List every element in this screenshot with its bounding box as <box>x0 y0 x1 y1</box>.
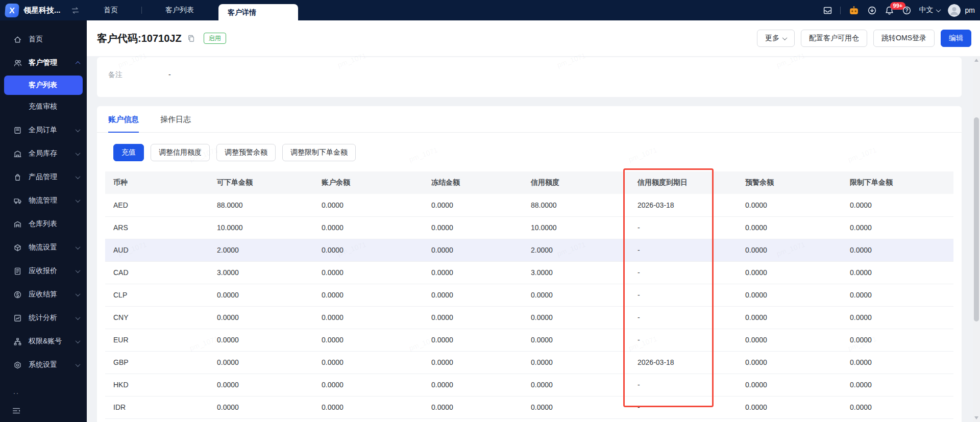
copy-icon[interactable] <box>187 34 195 43</box>
product-icon <box>13 173 22 182</box>
cell-credit-limit: 0.0000 <box>523 396 629 418</box>
nav-item-home[interactable]: 首页 <box>104 6 118 15</box>
account-panel: 账户信息操作日志 充值调整信用额度调整预警余额调整限制下单金额 币种可下单金额账… <box>97 106 962 422</box>
sidebar-item-statistics[interactable]: 统计分析 <box>0 306 87 330</box>
cell-account-balance: 0.0000 <box>313 261 423 284</box>
cell-currency: CLP <box>105 284 209 306</box>
table-header-row: 币种可下单金额账户余额冻结金额信用额度信用额度到期日预警余额限制下单金额 <box>105 171 953 194</box>
stats-icon <box>13 314 22 322</box>
cell-order-limit-amount: 0.0000 <box>842 306 953 329</box>
sidebar-item-customer-mgmt[interactable]: 客户管理 <box>0 51 87 75</box>
table-row-IDR: IDR0.00000.00000.00000.0000-0.00000.0000 <box>105 396 953 418</box>
cell-currency: HKD <box>105 374 209 396</box>
cell-warning-balance: 0.0000 <box>737 396 842 418</box>
sidebar-item-logistics-mgmt[interactable]: 物流管理 <box>0 189 87 212</box>
sidebar-item-system-settings[interactable]: 系统设置 <box>0 353 87 377</box>
sidebar-item-warehouse-list[interactable]: 仓库列表 <box>0 212 87 236</box>
vertical-scrollbar[interactable] <box>973 56 980 422</box>
cell-warning-balance: 0.0000 <box>737 216 842 239</box>
svg-text:?: ? <box>905 7 908 13</box>
scrollbar-down-arrow[interactable] <box>974 416 978 419</box>
top-bar: X 领星科技... 首页客户列表 客户详情 99+ ? 中文 pm <box>0 0 980 20</box>
sidebar-item-receivable-quote[interactable]: 应收报价 <box>0 259 87 283</box>
inbox-icon[interactable] <box>823 6 832 15</box>
cell-frozen-amount: 0.0000 <box>423 396 523 418</box>
remark-label: 备注 <box>108 70 168 97</box>
sidebar-item-receivable-settlement[interactable]: 应收结算 <box>0 283 87 306</box>
nav-item-customer-list[interactable]: 客户列表 <box>165 6 194 15</box>
cell-credit-limit: 0.0000 <box>523 284 629 306</box>
status-badge: 启用 <box>204 33 226 44</box>
sidebar: 首页客户管理客户列表充值审核全局订单全局库存产品管理物流管理仓库列表物流设置应收… <box>0 20 87 422</box>
recharge-button[interactable]: 充值 <box>113 144 144 161</box>
avatar[interactable] <box>948 4 961 17</box>
chevron-down-icon <box>76 127 81 132</box>
sidebar-item-logistics-settings[interactable]: 物流设置 <box>0 236 87 259</box>
page-title: 客户代码:10710JZ <box>97 32 182 45</box>
sidebar-item-label: 系统设置 <box>29 360 57 369</box>
cell-orderable-amount: 3.0000 <box>209 261 313 284</box>
sidebar-item-recharge-audit[interactable]: 充值审核 <box>4 97 83 116</box>
sidebar-item-label: 首页 <box>29 35 43 44</box>
sidebar-item-label: 全局订单 <box>29 126 57 135</box>
cell-credit-limit: 0.0000 <box>523 351 629 374</box>
username[interactable]: pm <box>965 6 975 14</box>
cell-credit-expiry: - <box>629 374 737 396</box>
cell-warning-balance: 0.0000 <box>737 329 842 351</box>
cell-currency: EUR <box>105 329 209 351</box>
jump-oms-button[interactable]: 跳转OMS登录 <box>873 30 935 47</box>
button-label: 编辑 <box>949 34 963 43</box>
button-label: 更多 <box>765 34 779 43</box>
chevron-down-icon <box>76 244 81 250</box>
cell-credit-limit: 88.0000 <box>523 194 629 216</box>
tab-account-info[interactable]: 账户信息 <box>108 106 139 133</box>
edit-button[interactable]: 编辑 <box>941 30 971 47</box>
configure-warehouse-button[interactable]: 配置客户可用仓 <box>801 30 867 47</box>
sidebar-collapse-icon[interactable] <box>11 406 21 416</box>
sidebar-item-product-mgmt[interactable]: 产品管理 <box>0 165 87 189</box>
users-icon <box>13 59 22 67</box>
cell-credit-expiry: - <box>629 329 737 351</box>
adjust-warning-button[interactable]: 调整预警余额 <box>216 144 276 161</box>
table-row-CNY: CNY0.00000.00000.00000.0000-0.00000.0000 <box>105 306 953 329</box>
scrollbar-up-arrow[interactable] <box>974 59 978 62</box>
cell-currency: GBP <box>105 351 209 374</box>
button-label: 配置客户可用仓 <box>809 34 859 43</box>
cell-orderable-amount: 88.0000 <box>209 194 313 216</box>
help-icon[interactable]: ? <box>902 6 912 15</box>
cell-order-limit-amount: 0.0000 <box>842 216 953 239</box>
sidebar-item-label: 物流设置 <box>29 243 57 252</box>
sidebar-item-permissions[interactable]: 权限&账号 <box>0 330 87 353</box>
sidebar-item-customer-list[interactable]: 客户列表 <box>4 76 83 95</box>
cell-credit-expiry: - <box>629 306 737 329</box>
sidebar-item-home[interactable]: 首页 <box>0 28 87 51</box>
main-content: 客户代码:10710JZ 启用 更多配置客户可用仓跳转OMS登录编辑 备注 - … <box>87 20 980 422</box>
permission-icon <box>13 337 22 346</box>
adjust-order-limit-button[interactable]: 调整限制下单金额 <box>282 144 356 161</box>
app-logo[interactable]: X <box>5 4 19 17</box>
cell-frozen-amount: 0.0000 <box>423 306 523 329</box>
sidebar-item-global-inventory[interactable]: 全局库存 <box>0 142 87 165</box>
robot-assistant-icon[interactable] <box>848 6 860 15</box>
notifications-bell-icon[interactable]: 99+ <box>885 6 894 15</box>
tab-operation-log[interactable]: 操作日志 <box>160 106 191 133</box>
download-center-icon[interactable] <box>867 6 877 15</box>
language-switcher[interactable]: 中文 <box>919 6 940 15</box>
cell-order-limit-amount: 0.0000 <box>842 284 953 306</box>
sidebar-item-label: 充值审核 <box>29 102 57 111</box>
cell-frozen-amount: 0.0000 <box>423 374 523 396</box>
sidebar-item-label: 应收结算 <box>29 290 57 299</box>
adjust-credit-button[interactable]: 调整信用额度 <box>151 144 210 161</box>
cell-orderable-amount: 0.0000 <box>209 351 313 374</box>
more-button[interactable]: 更多 <box>757 30 795 47</box>
column-header-credit-limit: 信用额度 <box>523 171 629 194</box>
logistics-settings-icon <box>13 243 22 252</box>
chevron-down-icon <box>76 174 81 179</box>
sidebar-item-global-orders[interactable]: 全局订单 <box>0 118 87 142</box>
cell-credit-limit: 0.0000 <box>523 374 629 396</box>
tab-customer-detail[interactable]: 客户详情 <box>218 4 298 20</box>
switch-workspace-icon[interactable] <box>70 6 80 15</box>
cell-currency: IDR <box>105 396 209 418</box>
table-row-AED: AED88.00000.00000.000088.00002026-03-180… <box>105 194 953 216</box>
scrollbar-thumb[interactable] <box>974 117 979 321</box>
